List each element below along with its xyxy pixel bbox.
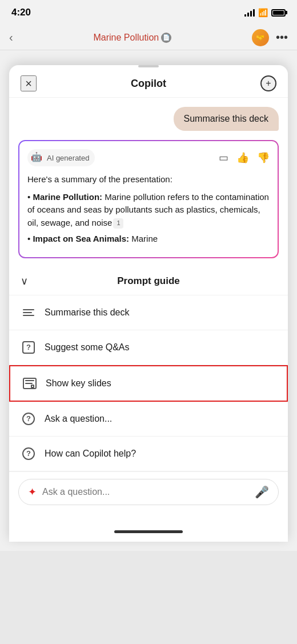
mic-button[interactable]: 🎤 xyxy=(255,485,269,499)
thumbs-down-icon[interactable]: 👎 xyxy=(257,151,270,164)
copilot-panel: × Copilot + Summarise this deck 🤖 AI gen… xyxy=(9,65,288,542)
prompt-label-ask-question: Ask a question... xyxy=(45,414,112,424)
user-bubble: Summarise this deck xyxy=(174,107,279,131)
input-bar: ✦ 🎤 xyxy=(9,471,288,522)
prompt-guide-title: Prompt guide xyxy=(117,275,180,287)
response-bullet-1: • Marine Pollution: Marine pollution ref… xyxy=(27,191,270,230)
key-slides-icon xyxy=(22,375,38,391)
status-time: 4:20 xyxy=(11,7,31,18)
document-icon: 📄 xyxy=(161,33,171,43)
sparkle-icon: ✦ xyxy=(28,486,37,498)
user-avatar[interactable]: 🤝 xyxy=(252,29,269,46)
signal-icon xyxy=(244,9,255,17)
ai-generated-badge: 🤖 AI generated xyxy=(27,149,95,166)
ai-response-text: Here's a summary of the presentation: • … xyxy=(27,173,270,246)
prompt-label-key-slides: Show key slides xyxy=(46,378,111,389)
question-input[interactable] xyxy=(42,487,249,497)
top-nav-right: 🤝 ••• xyxy=(252,29,288,46)
prompt-item-ask-question[interactable]: ? Ask a question... xyxy=(9,402,288,437)
user-message: Summarise this deck xyxy=(18,107,279,131)
collapse-button[interactable]: ∨ xyxy=(21,275,28,287)
chat-area: Summarise this deck 🤖 AI generated ▭ 👍 👎 xyxy=(9,98,288,267)
new-chat-button[interactable]: + xyxy=(260,75,276,91)
prompt-label-qna: Suggest some Q&As xyxy=(45,342,130,353)
copilot-icon: 🤖 xyxy=(31,151,43,164)
prompt-item-summarise[interactable]: Summarise this deck xyxy=(9,295,288,330)
ai-response-card: 🤖 AI generated ▭ 👍 👎 Here's a summary of… xyxy=(18,140,279,258)
home-bar xyxy=(114,530,183,533)
prompt-label-copilot-help: How can Copilot help? xyxy=(45,449,136,459)
battery-icon xyxy=(271,9,286,17)
back-button[interactable]: ‹ xyxy=(9,31,13,44)
response-bullet-2: • Impact on Sea Animals: Marine xyxy=(27,233,270,246)
copilot-header: × Copilot + xyxy=(9,67,288,98)
ai-response-header: 🤖 AI generated ▭ 👍 👎 xyxy=(27,149,270,166)
close-button[interactable]: × xyxy=(21,75,37,91)
document-title: Marine Pollution 📄 xyxy=(93,33,171,43)
copilot-help-icon: ? xyxy=(21,446,37,462)
thumbs-up-icon[interactable]: 👍 xyxy=(236,151,249,164)
ai-action-icons: ▭ 👍 👎 xyxy=(219,151,270,164)
prompt-item-qna[interactable]: ? Suggest some Q&As xyxy=(9,330,288,365)
top-nav-bar: ‹ Marine Pollution 📄 🤝 ••• xyxy=(0,25,297,50)
qna-icon: ? xyxy=(21,339,37,355)
prompt-item-key-slides[interactable]: Show key slides xyxy=(9,365,288,402)
slides-background: × Copilot + Summarise this deck 🤖 AI gen… xyxy=(0,50,297,551)
ai-badge-text: AI generated xyxy=(47,154,89,162)
input-field-wrapper: ✦ 🎤 xyxy=(18,479,279,505)
prompt-label-summarise: Summarise this deck xyxy=(45,307,130,318)
copy-icon[interactable]: ▭ xyxy=(219,151,228,164)
prompt-item-copilot-help[interactable]: ? How can Copilot help? xyxy=(9,437,288,471)
more-options-button[interactable]: ••• xyxy=(276,31,288,44)
summarise-icon xyxy=(21,305,37,321)
prompt-guide-header: ∨ Prompt guide xyxy=(9,267,288,295)
ask-question-icon: ? xyxy=(21,411,37,427)
status-bar: 4:20 📶 xyxy=(0,0,297,25)
prompt-guide-sheet: ∨ Prompt guide Summarise this deck ? Sug… xyxy=(9,267,288,471)
citation-1: 1 xyxy=(113,218,123,229)
copilot-title: Copilot xyxy=(131,78,166,90)
home-indicator xyxy=(9,522,288,542)
status-icons: 📶 xyxy=(244,8,286,17)
response-intro: Here's a summary of the presentation: xyxy=(27,173,270,186)
wifi-icon: 📶 xyxy=(258,8,268,17)
